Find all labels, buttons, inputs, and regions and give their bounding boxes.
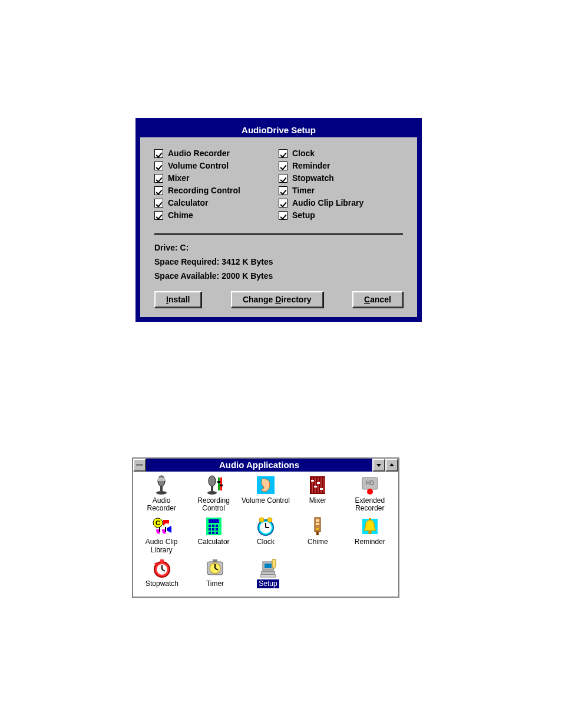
svg-rect-73 xyxy=(265,564,272,568)
app-icon-calculator[interactable]: Calculator xyxy=(187,516,239,554)
checkbox-icon xyxy=(154,199,163,207)
svg-rect-71 xyxy=(213,559,217,562)
svg-rect-34 xyxy=(165,527,166,532)
svg-point-7 xyxy=(156,491,167,495)
space-available-info: Space Available: 2000 K Bytes xyxy=(154,271,403,281)
app-icon-chime[interactable]: Chime xyxy=(292,516,343,554)
svg-rect-13 xyxy=(220,477,222,490)
svg-rect-33 xyxy=(159,527,160,532)
svg-rect-23 xyxy=(311,480,314,482)
svg-rect-37 xyxy=(209,519,219,523)
change-directory-button[interactable]: Change Directory xyxy=(231,291,323,308)
checkbox-icon xyxy=(279,199,287,207)
window-title: Audio Applications xyxy=(146,459,372,472)
cancel-button[interactable]: Cancel xyxy=(352,291,403,308)
app-icon-timer[interactable]: Timer xyxy=(189,558,242,588)
svg-text:HD: HD xyxy=(366,480,374,486)
svg-rect-42 xyxy=(212,528,214,531)
svg-rect-75 xyxy=(260,575,276,577)
bell-icon xyxy=(360,516,380,536)
checkbox-volume-control[interactable]: Volume Control xyxy=(154,161,279,170)
audio-applications-window: Audio Applications Audio RecorderRecordi… xyxy=(132,457,399,598)
microphone-sliders-icon xyxy=(204,475,224,495)
minimize-button[interactable] xyxy=(372,459,385,472)
svg-rect-74 xyxy=(262,571,275,575)
system-menu-button[interactable] xyxy=(133,459,146,472)
checkbox-icon xyxy=(279,149,287,158)
icon-label: Mixer xyxy=(308,496,328,505)
timer-icon xyxy=(205,558,225,578)
app-icon-audio-clip-library[interactable]: CAudio Clip Library xyxy=(135,516,187,554)
app-icon-audio-recorder[interactable]: Audio Recorder xyxy=(135,475,187,513)
checkbox-stopwatch[interactable]: Stopwatch xyxy=(279,173,403,183)
icon-label: Stopwatch xyxy=(144,579,180,588)
app-icon-volume-control[interactable]: Volume Control xyxy=(240,475,292,513)
checkbox-column-left: Audio Recorder Volume Control Mixer Reco… xyxy=(154,146,279,223)
checkbox-timer[interactable]: Timer xyxy=(279,186,403,195)
svg-marker-32 xyxy=(163,520,169,526)
icon-label: Calculator xyxy=(196,538,232,546)
checkbox-icon xyxy=(154,174,163,183)
computer-setup-icon xyxy=(258,558,278,578)
checkbox-calculator[interactable]: Calculator xyxy=(154,198,279,207)
hd-recorder-icon: HD xyxy=(360,475,380,495)
checkbox-audio-recorder[interactable]: Audio Recorder xyxy=(154,149,279,158)
svg-point-52 xyxy=(267,518,272,522)
mixer-icon xyxy=(308,475,328,495)
audio-clip-icon: C xyxy=(151,516,171,536)
checkbox-clock[interactable]: Clock xyxy=(279,149,403,158)
maximize-icon xyxy=(389,462,395,468)
svg-point-56 xyxy=(316,528,319,530)
svg-rect-38 xyxy=(209,525,211,527)
svg-rect-2 xyxy=(136,464,143,465)
svg-marker-3 xyxy=(376,464,381,467)
svg-marker-35 xyxy=(167,526,171,533)
checkbox-reminder[interactable]: Reminder xyxy=(279,161,403,170)
svg-point-11 xyxy=(207,491,217,495)
svg-rect-54 xyxy=(316,519,319,522)
checkbox-icon xyxy=(154,149,163,158)
icon-label: Audio Clip Library xyxy=(135,538,187,554)
checkbox-icon xyxy=(279,211,287,220)
svg-rect-8 xyxy=(158,477,165,481)
svg-rect-10 xyxy=(211,486,213,491)
icon-label: Volume Control xyxy=(240,496,292,505)
icon-label: Setup xyxy=(257,579,279,588)
svg-rect-57 xyxy=(316,532,319,535)
checkbox-icon xyxy=(279,162,287,170)
icon-label: Recording Control xyxy=(187,496,239,513)
app-icon-setup[interactable]: Setup xyxy=(242,558,295,588)
app-icon-extended-recorder[interactable]: HDExtended Recorder xyxy=(344,475,396,513)
checkbox-recording-control[interactable]: Recording Control xyxy=(154,186,279,195)
checkbox-mixer[interactable]: Mixer xyxy=(154,173,279,183)
icon-label: Audio Recorder xyxy=(135,496,187,513)
svg-rect-26 xyxy=(320,488,323,490)
svg-rect-40 xyxy=(216,525,218,527)
clock-icon xyxy=(256,516,276,536)
stopwatch-icon xyxy=(152,558,172,578)
svg-rect-15 xyxy=(220,485,223,486)
install-button[interactable]: Install xyxy=(154,291,201,308)
maximize-button[interactable] xyxy=(385,459,398,472)
svg-rect-25 xyxy=(317,482,320,484)
app-icon-mixer[interactable]: Mixer xyxy=(292,475,343,513)
checkbox-column-right: Clock Reminder Stopwatch Timer Audio Cli… xyxy=(279,146,403,223)
checkbox-audio-clip-library[interactable]: Audio Clip Library xyxy=(279,198,403,207)
checkbox-icon xyxy=(154,211,163,220)
checkbox-setup[interactable]: Setup xyxy=(279,210,403,220)
svg-point-9 xyxy=(209,476,216,486)
svg-text:C: C xyxy=(156,519,160,526)
svg-marker-4 xyxy=(389,463,394,466)
app-icon-recording-control[interactable]: Recording Control xyxy=(187,475,239,513)
app-icon-reminder[interactable]: Reminder xyxy=(344,516,396,554)
svg-rect-24 xyxy=(314,486,317,487)
app-icon-stopwatch[interactable]: Stopwatch xyxy=(135,558,189,588)
checkbox-chime[interactable]: Chime xyxy=(154,210,279,220)
checkbox-icon xyxy=(154,186,163,195)
svg-rect-60 xyxy=(369,518,371,521)
icon-label: Clock xyxy=(255,538,276,546)
app-icon-clock[interactable]: Clock xyxy=(240,516,292,554)
system-menu-icon xyxy=(136,464,143,466)
svg-point-59 xyxy=(368,531,372,534)
chime-icon xyxy=(308,516,328,536)
